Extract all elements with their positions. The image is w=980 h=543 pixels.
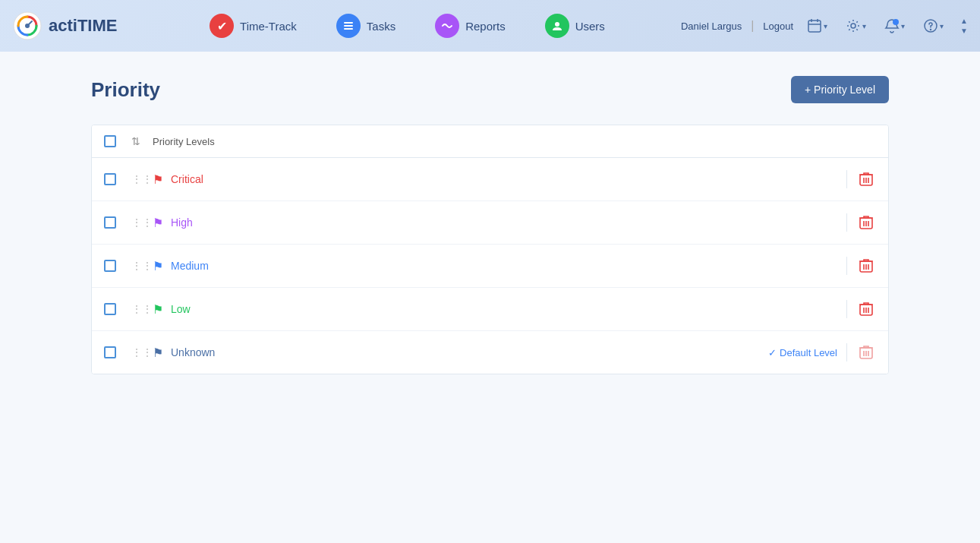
row-checkbox-unknown[interactable]	[104, 346, 131, 358]
delete-button-critical[interactable]	[856, 169, 876, 190]
svg-rect-3	[344, 22, 353, 24]
flag-icon-critical: ⚑	[153, 172, 163, 187]
scroll-up-icon[interactable]: ▲	[960, 17, 968, 25]
column-header-priority-levels: Priority Levels	[153, 136, 876, 147]
settings-chevron-icon: ▾	[862, 22, 866, 30]
flag-icon-low: ⚑	[153, 302, 163, 317]
header-right: Daniel Largus | Logout ▾ ▾ ▾ ▾ ▲ ▼	[681, 15, 968, 36]
table-row: ⋮⋮ ⚑ Medium	[92, 245, 888, 288]
nav-label-timetrack: Time-Track	[240, 20, 297, 33]
nav-item-reports[interactable]: Reports	[427, 9, 513, 43]
drag-handle-critical[interactable]: ⋮⋮	[131, 173, 153, 185]
row-checkbox-medium[interactable]	[104, 260, 131, 272]
svg-point-12	[893, 19, 899, 25]
main-content: Priority + Priority Level ⇅ Priority Lev…	[0, 52, 980, 543]
svg-rect-7	[808, 21, 821, 32]
nav-label-tasks: Tasks	[367, 20, 395, 33]
header: actiTIME ✔ Time-Track Tasks Reports User…	[0, 0, 980, 52]
priority-name-low[interactable]: Low	[171, 303, 191, 315]
priority-name-critical[interactable]: Critical	[171, 173, 203, 185]
page-header: Priority + Priority Level	[91, 76, 889, 103]
action-divider	[846, 343, 847, 361]
header-checkbox-cell	[104, 135, 131, 147]
row-content-low: ⚑ Low	[153, 302, 846, 317]
drag-handle-unknown[interactable]: ⋮⋮	[131, 346, 153, 358]
delete-button-high[interactable]	[856, 212, 876, 233]
logout-button[interactable]: Logout	[763, 21, 793, 32]
reports-icon	[435, 14, 459, 38]
logo-icon	[12, 11, 43, 41]
user-divider: |	[751, 19, 754, 33]
app-logo-text: actiTIME	[49, 16, 117, 36]
delete-button-low[interactable]	[856, 298, 876, 320]
flag-icon-unknown: ⚑	[153, 346, 163, 360]
main-nav: ✔ Time-Track Tasks Reports Users	[134, 9, 681, 43]
row-content-high: ⚑ High	[153, 216, 846, 230]
calendar-chevron-icon: ▾	[824, 22, 827, 30]
add-priority-level-button[interactable]: + Priority Level	[791, 76, 889, 103]
default-level-label: Default Level	[780, 347, 837, 358]
nav-label-reports: Reports	[465, 20, 506, 33]
action-divider	[846, 170, 847, 188]
row-checkbox-high[interactable]	[104, 216, 131, 229]
checkmark-icon: ✓	[768, 347, 777, 358]
flag-icon-medium: ⚑	[153, 259, 163, 273]
nav-item-timetrack[interactable]: ✔ Time-Track	[202, 9, 304, 43]
row-actions-critical	[846, 169, 876, 190]
delete-button-unknown	[856, 342, 876, 363]
action-divider	[846, 257, 847, 275]
users-icon	[545, 14, 569, 38]
calendar-tool[interactable]: ▾	[802, 15, 832, 36]
row-content-medium: ⚑ Medium	[153, 259, 846, 273]
header-drag-cell: ⇅	[131, 134, 153, 148]
help-tool[interactable]: ▾	[919, 15, 948, 36]
row-actions-low	[846, 298, 876, 320]
svg-point-11	[851, 24, 856, 28]
table-row: ⋮⋮ ⚑ Unknown ✓ Default Level	[92, 331, 888, 374]
row-checkbox-low[interactable]	[104, 303, 131, 315]
table-row: ⋮⋮ ⚑ Critical	[92, 158, 888, 201]
row-content-unknown: ⚑ Unknown	[153, 346, 768, 360]
help-chevron-icon: ▾	[940, 22, 944, 30]
row-actions-high	[846, 212, 876, 233]
user-name: Daniel Largus	[681, 21, 742, 32]
logo-area: actiTIME	[12, 11, 134, 41]
priority-name-unknown[interactable]: Unknown	[171, 346, 215, 358]
table-header-row: ⇅ Priority Levels	[92, 125, 888, 158]
svg-point-14	[931, 30, 931, 30]
row-actions-medium	[846, 255, 876, 276]
scroll-down-icon[interactable]: ▼	[960, 27, 968, 35]
flag-icon-high: ⚑	[153, 216, 163, 230]
table-row: ⋮⋮ ⚑ High	[92, 201, 888, 245]
svg-point-6	[555, 22, 559, 27]
nav-item-users[interactable]: Users	[537, 9, 613, 43]
delete-button-medium[interactable]	[856, 255, 876, 276]
select-all-checkbox[interactable]	[104, 135, 116, 147]
drag-handle-high[interactable]: ⋮⋮	[131, 216, 153, 229]
priority-name-high[interactable]: High	[171, 216, 193, 229]
table-row: ⋮⋮ ⚑ Low	[92, 288, 888, 331]
nav-item-tasks[interactable]: Tasks	[329, 9, 403, 43]
column-label: Priority Levels	[153, 136, 215, 147]
row-checkbox-critical[interactable]	[104, 173, 131, 185]
timetrack-icon: ✔	[210, 14, 234, 38]
default-level-badge: ✓ Default Level	[768, 347, 837, 358]
svg-rect-5	[344, 28, 353, 30]
drag-handle-medium[interactable]: ⋮⋮	[131, 260, 153, 272]
svg-rect-4	[344, 25, 353, 27]
page-title: Priority	[91, 78, 160, 102]
priority-table: ⇅ Priority Levels ⋮⋮ ⚑ Critical	[91, 125, 889, 374]
notifications-tool[interactable]: ▾	[880, 15, 909, 36]
nav-label-users: Users	[575, 20, 605, 33]
sort-icon[interactable]: ⇅	[131, 135, 140, 147]
priority-name-medium[interactable]: Medium	[171, 260, 209, 272]
row-actions-unknown: ✓ Default Level	[768, 342, 876, 363]
action-divider	[846, 213, 847, 232]
settings-tool[interactable]: ▾	[841, 15, 871, 36]
tasks-icon	[336, 14, 361, 38]
action-divider	[846, 300, 847, 318]
notifications-chevron-icon: ▾	[901, 22, 905, 30]
scroll-controls: ▲ ▼	[960, 17, 968, 35]
row-content-critical: ⚑ Critical	[153, 172, 846, 187]
drag-handle-low[interactable]: ⋮⋮	[131, 303, 153, 315]
